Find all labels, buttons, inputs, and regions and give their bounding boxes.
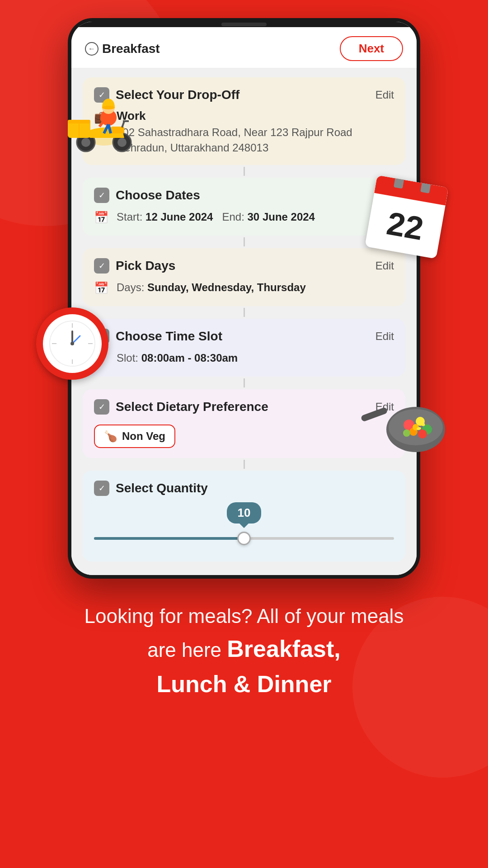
svg-rect-5 (111, 127, 124, 133)
connector-1 (244, 167, 245, 176)
dropoff-edit-button[interactable]: Edit (375, 89, 394, 101)
quantity-slider[interactable] (94, 537, 394, 540)
footer-line2: are here (147, 639, 227, 661)
start-date-label: Start: 12 June 2024 (117, 209, 213, 225)
connector-3 (244, 308, 245, 317)
dietary-checkbox: ✓ (94, 399, 109, 415)
delivery-illustration (41, 54, 131, 145)
location-name: Work (117, 109, 352, 123)
non-veg-option[interactable]: 🍗 Non Veg (94, 425, 175, 448)
svg-rect-25 (361, 407, 388, 422)
footer-highlight: Breakfast, (227, 636, 340, 662)
dietary-title: Select Dietary Preference (116, 400, 268, 414)
timeslot-section: ✓ Choose Time Slot Edit ⏱ Slot: 08:00am … (83, 319, 405, 377)
svg-point-32 (418, 429, 427, 439)
quantity-title: Select Quantity (116, 481, 208, 495)
quantity-title-row: ✓ Select Quantity (94, 481, 208, 496)
svg-point-2 (81, 138, 90, 147)
footer-line1: Looking for meals? All of your meals (84, 605, 404, 627)
slider-thumb[interactable] (237, 532, 251, 545)
quantity-badge-wrapper: 10 (227, 502, 262, 528)
clock-decoration (36, 307, 108, 380)
days-title-row: ✓ Pick Days (94, 258, 175, 274)
svg-line-6 (122, 121, 124, 127)
days-title: Pick Days (116, 259, 175, 273)
connector-5 (244, 460, 245, 469)
timeslot-body: ⏱ Slot: 08:00am - 08:30am (94, 350, 394, 367)
quantity-body: 10 (94, 502, 394, 549)
dietary-header: ✓ Select Dietary Preference Edit (94, 399, 394, 415)
next-button[interactable]: Next (340, 36, 403, 61)
slider-fill (94, 537, 244, 540)
days-section: ✓ Pick Days Edit 📅 Days: Sunday, Wednesd… (83, 248, 405, 306)
svg-point-33 (403, 429, 410, 437)
footer-section: Looking for meals? All of your meals are… (0, 579, 488, 729)
calendar-number: 22 (384, 204, 426, 247)
quantity-checkbox: ✓ (94, 481, 109, 496)
back-arrow-icon: ← (85, 42, 99, 56)
slider-track (94, 537, 394, 540)
connector-4 (244, 378, 245, 387)
calendar-icon: 📅 (94, 209, 110, 226)
days-checkbox: ✓ (94, 258, 109, 274)
quantity-header: ✓ Select Quantity (94, 481, 394, 496)
timeslot-header: ✓ Choose Time Slot Edit (94, 329, 394, 344)
back-button[interactable]: ← Breakfast (85, 42, 160, 56)
days-body: 📅 Days: Sunday, Wednesday, Thursday (94, 280, 394, 296)
days-header: ✓ Pick Days Edit (94, 258, 394, 274)
timeslot-edit-button[interactable]: Edit (375, 330, 394, 343)
dates-title-row: ✓ Choose Dates (94, 188, 200, 203)
timeslot-title-row: ✓ Choose Time Slot (94, 329, 222, 344)
footer-text: Looking for meals? All of your meals are… (27, 601, 461, 702)
dates-section: ✓ Choose Dates Edit 📅 Start: 12 June 202… (83, 178, 405, 236)
dates-detail: Start: 12 June 2024 End: 30 June 2024 (117, 209, 315, 225)
phone-mockup: 22 (68, 18, 420, 579)
pan-decoration (357, 389, 447, 461)
dates-header: ✓ Choose Dates Edit (94, 188, 394, 203)
quantity-badge: 10 (227, 502, 262, 524)
timeslot-title: Choose Time Slot (116, 329, 222, 344)
non-veg-label: Non Veg (122, 430, 165, 443)
dates-body: 📅 Start: 12 June 2024 End: 30 June 2024 (94, 209, 394, 226)
end-date-label: End: 30 June 2024 (222, 209, 314, 225)
calendar-days-icon: 📅 (94, 280, 110, 296)
dietary-body: 🍗 Non Veg (94, 421, 394, 448)
timeslot-detail: Slot: 08:00am - 08:30am (117, 350, 238, 366)
svg-point-4 (117, 138, 127, 147)
quantity-value-container: 10 (94, 502, 394, 528)
dates-checkbox: ✓ (94, 188, 109, 203)
page-title: Breakfast (102, 42, 160, 56)
footer-line3: Lunch & Dinner (156, 671, 331, 697)
dropoff-address: 202 Sahastradhara Road, Near 123 Rajpur … (117, 125, 352, 155)
svg-point-24 (70, 342, 74, 345)
svg-point-13 (102, 106, 115, 109)
days-detail: Days: Sunday, Wednesday, Thursday (117, 280, 306, 295)
dates-title: Choose Dates (116, 188, 200, 203)
dropoff-detail: Work 202 Sahastradhara Road, Near 123 Ra… (117, 109, 352, 155)
quantity-section: ✓ Select Quantity 10 (83, 471, 405, 561)
quantity-badge-arrow (239, 524, 249, 528)
non-veg-icon: 🍗 (104, 430, 117, 443)
calendar-decoration: 22 (371, 181, 452, 262)
dietary-title-row: ✓ Select Dietary Preference (94, 399, 268, 415)
connector-2 (244, 237, 245, 246)
